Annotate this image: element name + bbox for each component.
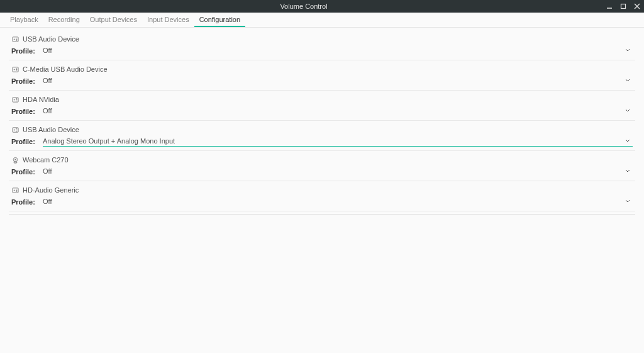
device-item: USB Audio Device Profile: Analog Stereo … <box>9 123 635 151</box>
device-name-label: USB Audio Device <box>23 35 79 43</box>
svg-point-5 <box>13 38 14 40</box>
webcam-icon <box>11 156 19 164</box>
chevron-down-icon <box>625 78 630 83</box>
device-header: USB Audio Device <box>9 123 635 135</box>
svg-rect-4 <box>12 36 18 41</box>
profile-row: Profile: Off <box>9 165 635 181</box>
section-divider <box>9 214 635 215</box>
svg-point-10 <box>13 69 14 70</box>
tab-bar: Playback Recording Output Devices Input … <box>0 13 644 28</box>
profile-label: Profile: <box>11 108 38 115</box>
chevron-down-icon <box>625 48 630 53</box>
device-header: HDA NVidia <box>9 93 635 104</box>
profile-row: Profile: Off <box>9 104 635 121</box>
device-header: USB Audio Device <box>9 33 635 44</box>
profile-label: Profile: <box>11 47 38 55</box>
svg-rect-9 <box>12 67 18 71</box>
profile-value: Off <box>43 77 52 84</box>
device-item: C-Media USB Audio Device Profile: Off <box>9 63 635 91</box>
device-name-label: USB Audio Device <box>23 126 79 133</box>
profile-row: Profile: Off <box>9 195 635 211</box>
profile-label: Profile: <box>11 138 38 145</box>
sound-card-icon <box>11 186 19 194</box>
profile-value: Off <box>43 167 52 175</box>
device-name-label: Webcam C270 <box>23 156 69 164</box>
profile-label: Profile: <box>11 77 38 85</box>
sound-card-icon <box>11 126 19 133</box>
profile-dropdown[interactable]: Off <box>43 45 633 56</box>
profile-row: Profile: Off <box>9 74 635 91</box>
profile-value: Off <box>43 107 52 115</box>
profile-value: Off <box>43 47 52 54</box>
device-item: USB Audio Device Profile: Off <box>9 33 635 60</box>
tab-recording[interactable]: Recording <box>43 13 85 27</box>
svg-point-27 <box>13 189 14 191</box>
chevron-down-icon <box>625 138 630 143</box>
profile-dropdown[interactable]: Analog Stereo Output + Analog Mono Input <box>43 136 633 147</box>
svg-rect-26 <box>12 188 18 192</box>
tab-configuration[interactable]: Configuration <box>194 13 245 27</box>
profile-row: Profile: Analog Stereo Output + Analog M… <box>9 135 635 151</box>
profile-dropdown[interactable]: Off <box>43 166 633 177</box>
profile-label: Profile: <box>11 198 38 206</box>
svg-rect-19 <box>12 127 18 132</box>
profile-dropdown[interactable]: Off <box>43 196 633 207</box>
profile-value: Analog Stereo Output + Analog Mono Input <box>43 137 175 145</box>
chevron-down-icon <box>625 108 630 113</box>
device-name-label: HD-Audio Generic <box>23 186 79 194</box>
svg-point-20 <box>13 129 14 130</box>
content-area: USB Audio Device Profile: Off C-Media US… <box>0 28 644 225</box>
device-header: HD-Audio Generic <box>9 184 635 195</box>
chevron-down-icon <box>625 199 630 204</box>
device-item: Webcam C270 Profile: Off <box>9 154 635 181</box>
titlebar: Volume Control <box>0 0 644 13</box>
window-controls <box>605 2 641 11</box>
chevron-down-icon <box>625 169 630 174</box>
profile-label: Profile: <box>11 168 38 176</box>
device-name-label: HDA NVidia <box>23 96 59 103</box>
profile-dropdown[interactable]: Off <box>43 106 633 116</box>
profile-value: Off <box>43 198 52 205</box>
svg-rect-14 <box>12 97 18 101</box>
device-header: C-Media USB Audio Device <box>9 63 635 74</box>
tab-playback[interactable]: Playback <box>5 13 43 27</box>
svg-rect-1 <box>621 4 626 9</box>
device-item: HDA NVidia Profile: Off <box>9 93 635 121</box>
svg-point-25 <box>14 159 16 160</box>
device-name-label: C-Media USB Audio Device <box>23 65 108 73</box>
device-header: Webcam C270 <box>9 154 635 165</box>
sound-card-icon <box>11 35 19 43</box>
sound-card-icon <box>11 65 19 73</box>
svg-point-15 <box>13 99 14 100</box>
minimize-button[interactable] <box>605 2 614 11</box>
tab-input-devices[interactable]: Input Devices <box>142 13 194 27</box>
profile-row: Profile: Off <box>9 44 635 60</box>
window-title: Volume Control <box>3 3 605 10</box>
profile-dropdown[interactable]: Off <box>43 76 633 86</box>
close-button[interactable] <box>633 2 641 11</box>
sound-card-icon <box>11 96 19 103</box>
maximize-button[interactable] <box>619 2 628 11</box>
tab-output-devices[interactable]: Output Devices <box>85 13 142 27</box>
device-item: HD-Audio Generic Profile: Off <box>9 184 635 211</box>
